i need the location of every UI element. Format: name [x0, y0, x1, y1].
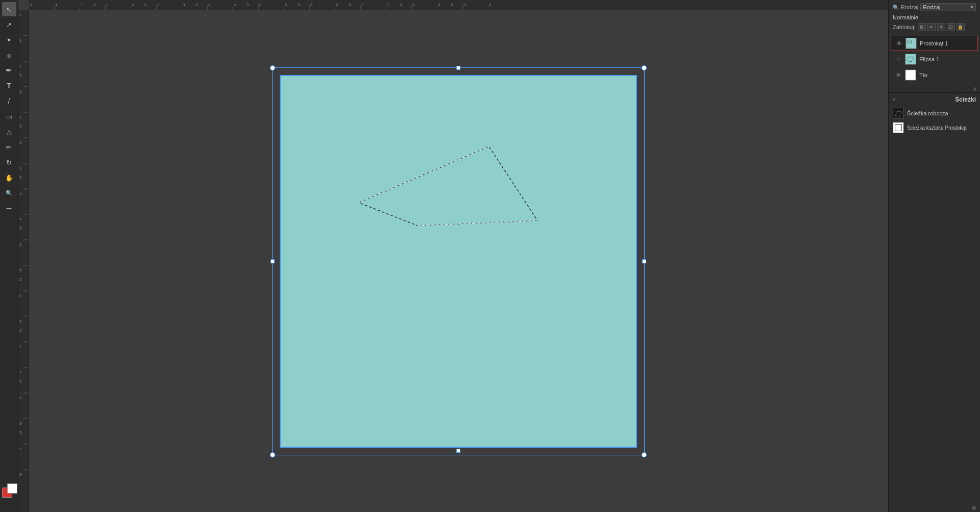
path-name-prostokat: Ścieżka kształtu Prostokąt [907, 125, 976, 131]
layer-item-tlo[interactable]: 👁 Tto [891, 67, 978, 83]
svg-text:4: 4 [19, 191, 22, 196]
svg-text:5: 5 [349, 3, 351, 7]
svg-text:2: 2 [106, 3, 109, 7]
lock-artboard-btn[interactable]: ⊡ [947, 23, 955, 31]
svg-marker-106 [359, 147, 537, 226]
svg-text:8: 8 [19, 421, 22, 426]
rotate-tool[interactable]: ↻ [2, 155, 16, 169]
svg-text:9: 9 [463, 3, 466, 7]
circle-handle-bl[interactable] [270, 452, 275, 457]
svg-text:7: 7 [361, 3, 364, 7]
rectangle-tool[interactable]: ▭ [2, 109, 16, 124]
lock-transparent-btn[interactable]: ⊠ [918, 23, 926, 31]
handle-bl[interactable] [271, 453, 275, 457]
circle-handle-tr[interactable] [642, 65, 647, 70]
svg-text:5: 5 [298, 3, 300, 7]
svg-text:7: 7 [19, 370, 22, 375]
lock-all-btn[interactable]: 🔒 [957, 23, 965, 31]
layers-list: 👁 Prostokąt 1 👁 Elipsa 1 👁 [889, 33, 980, 85]
svg-text:5: 5 [195, 3, 198, 7]
thumb-prostokat-path [893, 122, 904, 133]
svg-text:7: 7 [387, 3, 389, 7]
svg-text:5: 5 [247, 3, 249, 7]
pen-tool[interactable]: ✒ [2, 63, 16, 78]
svg-text:5: 5 [19, 175, 22, 180]
svg-text:9: 9 [19, 472, 22, 477]
svg-text:9: 9 [19, 447, 22, 451]
lock-position-btn[interactable]: ✛ [937, 23, 945, 31]
svg-text:5: 5 [19, 430, 22, 435]
sciezki-title: Ścieżki [955, 96, 976, 103]
eye-prostokat1[interactable]: 👁 [895, 40, 902, 47]
rodzaj-dropdown[interactable]: Rodzaj ▾ [920, 3, 976, 11]
lock-image-btn[interactable]: ✏ [927, 23, 936, 31]
svg-text:5: 5 [19, 124, 22, 129]
artboard[interactable] [280, 75, 637, 448]
svg-line-108 [418, 221, 537, 226]
right-panel: 🔍 Rodzaj Rodzaj ▾ Normalnie Zablokuj: ⊠ … [888, 0, 980, 512]
thumb-prostokat1 [905, 38, 917, 49]
svg-text:5: 5 [285, 3, 287, 7]
circle-handle-tl[interactable] [270, 65, 275, 70]
path-name-robocza: Ścieżka robocza [907, 110, 976, 116]
lasso-tool[interactable]: ⌾ [2, 48, 16, 62]
handle-bm[interactable] [456, 449, 460, 453]
svg-text:2: 2 [19, 115, 22, 119]
svg-text:2: 2 [132, 3, 134, 7]
handle-br[interactable] [642, 453, 646, 457]
svg-text:4: 4 [208, 3, 211, 7]
path-item-prostokat[interactable]: Ścieżka kształtu Prostokąt [889, 120, 980, 135]
svg-text:6: 6 [19, 319, 22, 324]
layer-name-prostokat1: Prostokąt 1 [920, 40, 973, 46]
handle-tl[interactable] [271, 66, 275, 70]
svg-text:8: 8 [412, 3, 415, 7]
rodzaj-label: Rodzaj [901, 4, 918, 10]
svg-text:4: 4 [19, 217, 22, 222]
magic-wand-tool[interactable]: ✦ [2, 33, 16, 47]
svg-text:8: 8 [438, 3, 440, 7]
pencil-tool[interactable]: ✏ [2, 140, 16, 154]
layer-item-elipsa1[interactable]: 👁 Elipsa 1 [891, 52, 978, 67]
layers-top-section: 🔍 Rodzaj Rodzaj ▾ Normalnie Zablokuj: ⊠ … [889, 0, 980, 33]
svg-text:5: 5 [19, 277, 22, 282]
hand-tool[interactable]: ✋ [2, 170, 16, 185]
select-tool[interactable]: ↖ [2, 2, 16, 16]
layer-item-prostokat1[interactable]: 👁 Prostokąt 1 [891, 36, 978, 51]
selection-container [280, 75, 637, 448]
svg-text:9: 9 [489, 3, 492, 7]
svg-text:0: 0 [19, 13, 22, 17]
triangle-tool[interactable]: △ [2, 125, 16, 139]
handle-tm[interactable] [456, 66, 460, 70]
svg-rect-116 [893, 123, 903, 133]
sciezki-close-btn[interactable]: × [893, 97, 895, 102]
main-canvas-area: 0 1 1 5 2 2 5 3 3 5 4 [18, 0, 888, 512]
svg-text:2: 2 [19, 89, 22, 94]
svg-text:5: 5 [19, 328, 22, 333]
eye-elipsa1[interactable]: 👁 [895, 56, 902, 63]
canvas-content[interactable] [29, 10, 888, 512]
svg-rect-113 [905, 70, 916, 80]
direct-select-tool[interactable]: ↗ [2, 17, 16, 32]
svg-text:5: 5 [19, 226, 22, 231]
more-tools[interactable]: ••• [2, 201, 16, 215]
thumb-robocza [893, 108, 904, 119]
path-item-robocza[interactable]: Ścieżka robocza [889, 106, 980, 120]
circle-handle-br[interactable] [642, 452, 647, 457]
handle-mr[interactable] [642, 259, 646, 263]
svg-text:3: 3 [183, 3, 185, 7]
horizontal-ruler: 0 1 1 5 2 2 5 3 3 5 4 [29, 0, 888, 10]
eye-tlo[interactable]: 👁 [895, 71, 902, 79]
search-icon-layers: 🔍 [893, 5, 899, 10]
type-tool[interactable]: T [2, 79, 16, 93]
left-toolbar: ↖ ↗ ✦ ⌾ ✒ T / ▭ △ ✏ ↻ ✋ 🔍 ••• [0, 0, 18, 512]
background-color[interactable] [7, 483, 17, 494]
line-tool[interactable]: / [2, 94, 16, 108]
svg-text:6: 6 [19, 294, 22, 298]
zoom-tool[interactable]: 🔍 [2, 186, 16, 200]
handle-tr[interactable] [642, 66, 646, 70]
svg-text:5: 5 [19, 268, 22, 273]
svg-text:3: 3 [19, 140, 22, 145]
handle-ml[interactable] [271, 259, 275, 263]
svg-text:4: 4 [234, 3, 236, 7]
svg-text:5: 5 [19, 242, 22, 247]
